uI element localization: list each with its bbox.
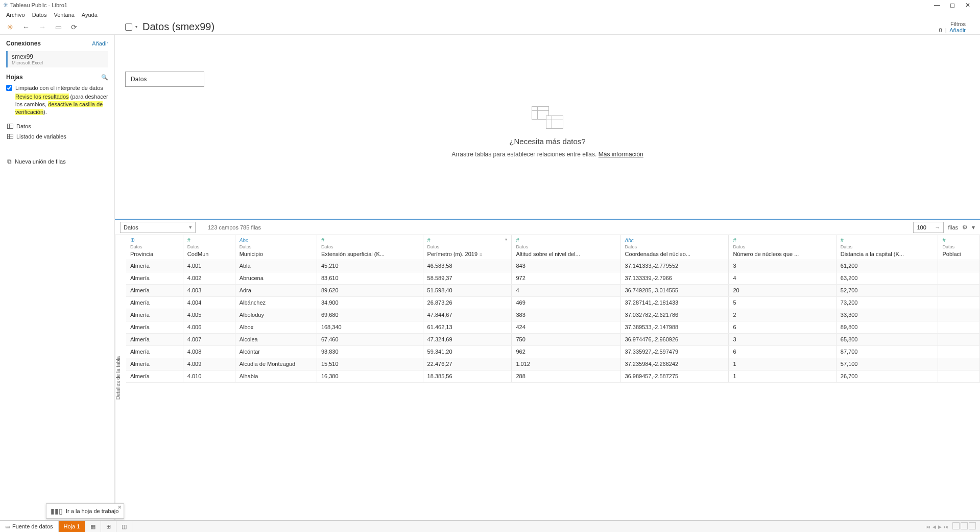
search-icon[interactable]: 🔍: [101, 74, 108, 81]
column-name[interactable]: Coordenadas del núcleo...: [620, 250, 729, 260]
interpreter-checkbox[interactable]: [6, 85, 12, 91]
table-details-tab[interactable]: Detalles de la tabla: [115, 235, 126, 520]
table-cell[interactable]: 3: [729, 260, 836, 272]
table-cell[interactable]: [938, 358, 980, 370]
table-cell[interactable]: 383: [512, 309, 620, 321]
table-cell[interactable]: 4.009: [183, 358, 235, 370]
column-name[interactable]: Municipio: [235, 250, 317, 260]
table-cell[interactable]: 4.008: [183, 345, 235, 358]
table-cell[interactable]: 36.974476,-2.960926: [620, 333, 729, 345]
table-cell[interactable]: 1.012: [512, 358, 620, 370]
column-type[interactable]: Abc: [235, 235, 317, 243]
table-cell[interactable]: Albox: [235, 321, 317, 333]
tab-nav[interactable]: ⏮◀▶⏭: [925, 523, 949, 530]
new-worksheet-button[interactable]: ▦: [85, 521, 101, 532]
relation-canvas[interactable]: Datos ¿Necesita más datos? Arrastre tabl…: [115, 35, 980, 219]
column-type[interactable]: #▾: [423, 235, 512, 243]
table-cell[interactable]: Almería: [126, 370, 183, 382]
table-cell[interactable]: 5: [729, 296, 836, 309]
table-select-dropdown[interactable]: Datos▾: [120, 222, 196, 233]
back-button[interactable]: ←: [22, 23, 30, 31]
table-cell[interactable]: 73,200: [836, 296, 938, 309]
column-type[interactable]: #: [938, 235, 980, 243]
table-cell[interactable]: 51.598,40: [423, 284, 512, 296]
column-type[interactable]: #: [317, 235, 423, 243]
column-name[interactable]: Distancia a la capital (K...: [836, 250, 938, 260]
table-cell[interactable]: 67,460: [317, 333, 423, 345]
table-cell[interactable]: 1: [729, 358, 836, 370]
table-cell[interactable]: Almería: [126, 309, 183, 321]
tableau-icon[interactable]: ✳: [7, 23, 13, 31]
filters-add-link[interactable]: Añadir: [949, 27, 966, 33]
table-cell[interactable]: 3: [729, 333, 836, 345]
column-type[interactable]: ⊕: [126, 235, 183, 243]
table-cell[interactable]: 4.010: [183, 370, 235, 382]
tooltip-close-icon[interactable]: ✕: [117, 504, 122, 510]
table-cell[interactable]: Alboloduy: [235, 309, 317, 321]
table-cell[interactable]: [938, 370, 980, 382]
table-cell[interactable]: 47.844,67: [423, 309, 512, 321]
menu-window[interactable]: Ventana: [54, 12, 74, 18]
maximize-button[interactable]: ◻: [949, 2, 955, 8]
column-type[interactable]: #: [183, 235, 235, 243]
column-type[interactable]: #: [836, 235, 938, 243]
new-story-button[interactable]: ◫: [116, 521, 132, 532]
table-cell[interactable]: 37.335927,-2.597479: [620, 345, 729, 358]
menu-help[interactable]: Ayuda: [82, 12, 98, 18]
table-cell[interactable]: Almería: [126, 321, 183, 333]
table-cell[interactable]: 89,620: [317, 284, 423, 296]
table-cell[interactable]: 4.001: [183, 260, 235, 272]
table-cell[interactable]: Adra: [235, 284, 317, 296]
table-row[interactable]: Almería4.003Adra89,62051.598,40436.74928…: [126, 284, 980, 296]
table-cell[interactable]: 4.007: [183, 333, 235, 345]
column-name[interactable]: Provincia: [126, 250, 183, 260]
table-cell[interactable]: 45,210: [317, 260, 423, 272]
column-type[interactable]: #: [729, 235, 836, 243]
table-cell[interactable]: 36.989457,-2.587275: [620, 370, 729, 382]
column-name[interactable]: Extensión superficial (K...: [317, 250, 423, 260]
table-cell[interactable]: 2: [729, 309, 836, 321]
column-type[interactable]: Abc: [620, 235, 729, 243]
table-cell[interactable]: 65,800: [836, 333, 938, 345]
table-cell[interactable]: Almería: [126, 333, 183, 345]
table-cell[interactable]: [938, 345, 980, 358]
table-cell[interactable]: [938, 309, 980, 321]
table-cell[interactable]: 469: [512, 296, 620, 309]
new-union-item[interactable]: ⧉ Nueva unión de filas: [6, 156, 108, 167]
table-cell[interactable]: Alcóntar: [235, 345, 317, 358]
table-cell[interactable]: 6: [729, 321, 836, 333]
view-mode-icons[interactable]: [951, 522, 976, 531]
column-name[interactable]: Altitud sobre el nivel del...: [512, 250, 620, 260]
table-cell[interactable]: 26,700: [836, 370, 938, 382]
table-cell[interactable]: [938, 333, 980, 345]
table-cell[interactable]: 61.462,13: [423, 321, 512, 333]
table-cell[interactable]: Alhabia: [235, 370, 317, 382]
table-cell[interactable]: 424: [512, 321, 620, 333]
column-name[interactable]: Número de núcleos que ...: [729, 250, 836, 260]
table-cell[interactable]: 18.385,56: [423, 370, 512, 382]
table-cell[interactable]: 26.873,26: [423, 296, 512, 309]
table-row[interactable]: Almería4.008Alcóntar93,83059.341,2096237…: [126, 345, 980, 358]
row-limit-input[interactable]: 100→: [913, 222, 944, 233]
table-cell[interactable]: 87,700: [836, 345, 938, 358]
table-cell[interactable]: 962: [512, 345, 620, 358]
table-cell[interactable]: Almería: [126, 345, 183, 358]
table-cell[interactable]: 52,700: [836, 284, 938, 296]
minimize-button[interactable]: —: [934, 2, 940, 8]
table-row[interactable]: Almería4.010Alhabia16,38018.385,5628836.…: [126, 370, 980, 382]
table-cell[interactable]: Abrucena: [235, 272, 317, 284]
table-cell[interactable]: 4.003: [183, 284, 235, 296]
table-cell[interactable]: 168,340: [317, 321, 423, 333]
table-cell[interactable]: Almería: [126, 358, 183, 370]
table-cell[interactable]: 1: [729, 370, 836, 382]
table-cell[interactable]: 33,300: [836, 309, 938, 321]
table-cell[interactable]: 843: [512, 260, 620, 272]
table-cell[interactable]: 63,200: [836, 272, 938, 284]
table-cell[interactable]: Almería: [126, 284, 183, 296]
table-cell[interactable]: 20: [729, 284, 836, 296]
table-cell[interactable]: 16,380: [317, 370, 423, 382]
grid-settings-icon[interactable]: ⚙: [962, 224, 968, 231]
table-cell[interactable]: Abla: [235, 260, 317, 272]
table-cell[interactable]: 288: [512, 370, 620, 382]
tab-datasource[interactable]: ▭ Fuente de datos: [0, 521, 59, 532]
